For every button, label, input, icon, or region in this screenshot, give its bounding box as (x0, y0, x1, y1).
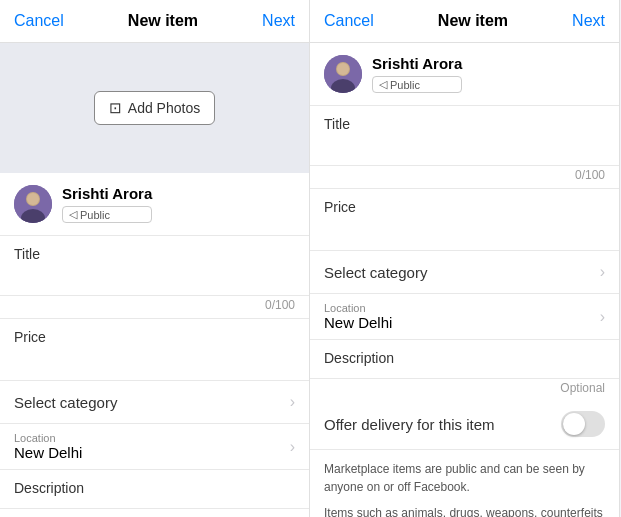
left-header: Cancel New item Next (0, 0, 309, 43)
right-price-input[interactable] (324, 217, 605, 242)
title-input[interactable] (14, 264, 295, 289)
right-content: Srishti Arora ◁ Public Title 0/100 Price… (310, 43, 619, 517)
right-visibility-label: Public (390, 79, 420, 91)
category-row[interactable]: Select category › (0, 381, 309, 424)
right-category-label: Select category (324, 264, 427, 281)
delivery-label: Offer delivery for this item (324, 416, 495, 433)
title-label: Title (14, 246, 295, 262)
toggle-thumb (563, 413, 585, 435)
description-label: Description (14, 480, 295, 496)
visibility-badge[interactable]: ◁ Public (62, 206, 152, 223)
user-name: Srishti Arora (62, 185, 152, 202)
right-description-label: Description (324, 350, 605, 366)
visibility-label: Public (80, 209, 110, 221)
chevron-right-icon: › (290, 393, 295, 411)
right-description-field: Description (310, 340, 619, 379)
category-label: Select category (14, 394, 117, 411)
right-user-info: Srishti Arora ◁ Public (372, 55, 462, 93)
user-row: Srishti Arora ◁ Public (0, 173, 309, 236)
right-header: Cancel New item Next (310, 0, 619, 43)
right-title-count: 0/100 (310, 166, 619, 189)
right-user-name: Srishti Arora (372, 55, 462, 72)
right-title-input[interactable] (324, 134, 605, 159)
svg-point-3 (27, 193, 39, 205)
right-next-button[interactable]: Next (572, 12, 605, 30)
add-photos-button[interactable]: ⊡ Add Photos (94, 91, 215, 125)
price-input[interactable] (14, 347, 295, 372)
right-location-value: New Delhi (324, 314, 392, 331)
info-section: Marketplace items are public and can be … (310, 450, 619, 517)
left-title: New item (128, 12, 198, 30)
right-price-label: Price (324, 199, 605, 215)
left-next-button[interactable]: Next (262, 12, 295, 30)
title-field: Title (0, 236, 309, 296)
left-content: Srishti Arora ◁ Public Title 0/100 Price… (0, 173, 309, 517)
right-category-row[interactable]: Select category › (310, 251, 619, 294)
right-title-label: Title (324, 116, 605, 132)
right-location-row[interactable]: Location New Delhi › (310, 294, 619, 340)
location-label: Location (14, 432, 82, 444)
description-optional-label: Optional (310, 379, 619, 399)
image-icon: ⊡ (109, 99, 122, 117)
right-panel: Cancel New item Next Srishti Arora ◁ Pub… (310, 0, 620, 517)
svg-point-7 (337, 63, 349, 75)
right-location-content: Location New Delhi (324, 302, 392, 331)
right-title-field: Title (310, 106, 619, 166)
info-text-1: Marketplace items are public and can be … (324, 460, 605, 496)
price-label: Price (14, 329, 295, 345)
title-count: 0/100 (0, 296, 309, 319)
right-cancel-button[interactable]: Cancel (324, 12, 374, 30)
info-text-2: Items such as animals, drugs, weapons, c… (324, 504, 605, 517)
right-user-row: Srishti Arora ◁ Public (310, 43, 619, 106)
right-price-field: Price (310, 189, 619, 251)
right-location-chevron-icon: › (600, 308, 605, 326)
user-info: Srishti Arora ◁ Public (62, 185, 152, 223)
right-public-icon: ◁ (379, 78, 387, 91)
right-chevron-icon: › (600, 263, 605, 281)
location-chevron-icon: › (290, 438, 295, 456)
add-photos-label: Add Photos (128, 100, 200, 116)
right-visibility-badge[interactable]: ◁ Public (372, 76, 462, 93)
location-value: New Delhi (14, 444, 82, 461)
right-title: New item (438, 12, 508, 30)
photo-area: ⊡ Add Photos (0, 43, 309, 173)
location-content: Location New Delhi (14, 432, 82, 461)
right-avatar (324, 55, 362, 93)
delivery-row: Offer delivery for this item (310, 399, 619, 450)
left-panel: Cancel New item Next ⊡ Add Photos Srisht… (0, 0, 310, 517)
avatar (14, 185, 52, 223)
right-location-label: Location (324, 302, 392, 314)
left-cancel-button[interactable]: Cancel (14, 12, 64, 30)
price-field: Price (0, 319, 309, 381)
delivery-toggle[interactable] (561, 411, 605, 437)
public-icon: ◁ (69, 208, 77, 221)
description-field: Description (0, 470, 309, 509)
location-row[interactable]: Location New Delhi › (0, 424, 309, 470)
